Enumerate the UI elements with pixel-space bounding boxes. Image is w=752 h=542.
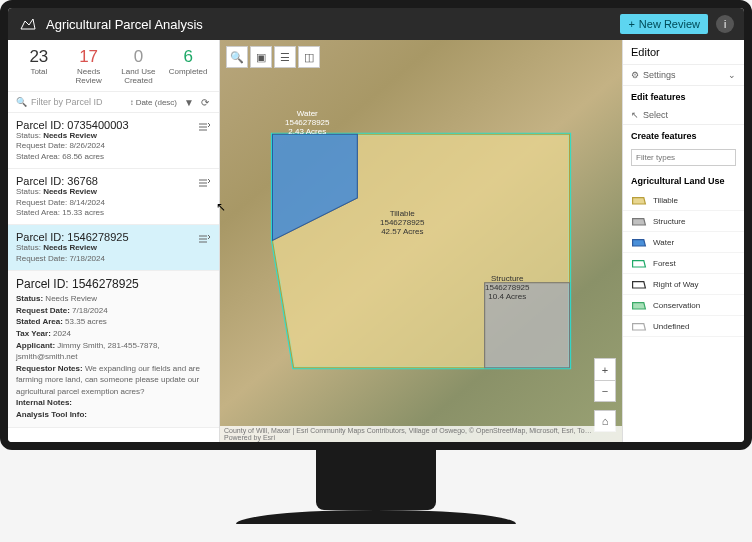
create-features-title: Create features bbox=[623, 125, 744, 145]
filter-icon[interactable]: ▼ bbox=[183, 96, 195, 108]
editor-panel: Editor ⚙ Settings ⌄ Edit features ↖ Sele… bbox=[622, 40, 744, 442]
map-tools: 🔍 ▣ ☰ ◫ bbox=[226, 46, 320, 68]
no-data-message: No Agricultural Soils data has been calc… bbox=[8, 428, 219, 442]
filter-types-input[interactable] bbox=[631, 149, 736, 166]
parcel-list: Parcel ID: 0735400003 Status: Needs Revi… bbox=[8, 113, 219, 442]
legend-swatch-icon bbox=[631, 320, 647, 332]
legend-label: Structure bbox=[653, 217, 685, 226]
legend-item[interactable]: Forest bbox=[623, 253, 744, 274]
stats-row: 23Total 17Needs Review 0Land Use Created… bbox=[8, 40, 219, 92]
legend-label: Conservation bbox=[653, 301, 700, 310]
legend-label: Tillable bbox=[653, 196, 678, 205]
sort-dropdown[interactable]: ↕Date (desc) bbox=[130, 98, 177, 107]
legend-swatch-icon bbox=[631, 257, 647, 269]
editor-settings-button[interactable]: ⚙ Settings ⌄ bbox=[623, 65, 744, 86]
legend-label: Right of Way bbox=[653, 280, 699, 289]
legend-swatch-icon bbox=[631, 236, 647, 248]
legend-swatch-icon bbox=[631, 299, 647, 311]
editor-title: Editor bbox=[623, 40, 744, 65]
app-title: Agricultural Parcel Analysis bbox=[46, 17, 620, 32]
legend-list: TillableStructureWaterForestRight of Way… bbox=[623, 190, 744, 337]
parcel-list-item[interactable]: Parcel ID: 0735400003 Status: Needs Revi… bbox=[8, 113, 219, 169]
edit-icon[interactable] bbox=[197, 177, 211, 191]
legend-swatch-icon bbox=[631, 194, 647, 206]
app-logo-icon bbox=[18, 14, 38, 34]
stat-completed[interactable]: 6Completed bbox=[167, 48, 209, 85]
map-zoom-controls: + − bbox=[594, 358, 616, 402]
map-label-water: Water15462789252.43 Acres bbox=[285, 110, 330, 136]
info-icon[interactable]: i bbox=[716, 15, 734, 33]
gear-icon: ⚙ bbox=[631, 70, 639, 80]
map-bookmark-icon[interactable]: ◫ bbox=[298, 46, 320, 68]
zoom-out-button[interactable]: − bbox=[594, 380, 616, 402]
topbar: Agricultural Parcel Analysis +New Review… bbox=[8, 8, 744, 40]
legend-item[interactable]: Water bbox=[623, 232, 744, 253]
select-tool-button[interactable]: ↖ Select bbox=[623, 106, 744, 125]
legend-item[interactable]: Conservation bbox=[623, 295, 744, 316]
map-label-tillable: Tillable154627892542.57 Acres bbox=[380, 210, 425, 236]
parcel-sidebar: 23Total 17Needs Review 0Land Use Created… bbox=[8, 40, 220, 442]
stat-needs-review[interactable]: 17Needs Review bbox=[68, 48, 110, 85]
edit-features-title: Edit features bbox=[623, 86, 744, 106]
legend-item[interactable]: Right of Way bbox=[623, 274, 744, 295]
legend-item[interactable]: Undefined bbox=[623, 316, 744, 337]
map-layers-icon[interactable]: ☰ bbox=[274, 46, 296, 68]
parcel-list-item[interactable]: Parcel ID: 36768 Status: Needs Review Re… bbox=[8, 169, 219, 225]
search-icon: 🔍 bbox=[16, 97, 27, 107]
legend-title: Agricultural Land Use bbox=[623, 172, 744, 190]
edit-icon[interactable] bbox=[197, 121, 211, 135]
legend-item[interactable]: Structure bbox=[623, 211, 744, 232]
legend-swatch-icon bbox=[631, 215, 647, 227]
map-search-icon[interactable]: 🔍 bbox=[226, 46, 248, 68]
legend-label: Undefined bbox=[653, 322, 689, 331]
stat-total[interactable]: 23Total bbox=[18, 48, 60, 85]
refresh-icon[interactable]: ⟳ bbox=[199, 96, 211, 108]
plus-icon: + bbox=[628, 18, 634, 30]
stat-landuse[interactable]: 0Land Use Created bbox=[118, 48, 160, 85]
map-basemap-icon[interactable]: ▣ bbox=[250, 46, 272, 68]
legend-item[interactable]: Tillable bbox=[623, 190, 744, 211]
filter-input[interactable]: 🔍 Filter by Parcel ID bbox=[16, 97, 124, 107]
legend-label: Forest bbox=[653, 259, 676, 268]
zoom-in-button[interactable]: + bbox=[594, 358, 616, 380]
map-canvas[interactable]: 🔍 ▣ ☰ ◫ Water15462789252.43 Acres Tillab… bbox=[220, 40, 622, 442]
parcel-list-item-selected[interactable]: Parcel ID: 1546278925 Status: Needs Revi… bbox=[8, 225, 219, 271]
parcel-detail-panel: Parcel ID: 1546278925 Status: Needs Revi… bbox=[8, 271, 219, 428]
map-attribution: County of Will, Maxar | Esri Community M… bbox=[220, 426, 622, 442]
new-review-button[interactable]: +New Review bbox=[620, 14, 708, 34]
map-label-structure: Structure154627892510.4 Acres bbox=[485, 275, 530, 301]
legend-label: Water bbox=[653, 238, 674, 247]
edit-icon[interactable] bbox=[197, 233, 211, 247]
legend-swatch-icon bbox=[631, 278, 647, 290]
cursor-icon: ↖ bbox=[631, 110, 639, 120]
chevron-down-icon: ⌄ bbox=[728, 70, 736, 80]
filters-row: 🔍 Filter by Parcel ID ↕Date (desc) ▼ ⟳ bbox=[8, 92, 219, 113]
